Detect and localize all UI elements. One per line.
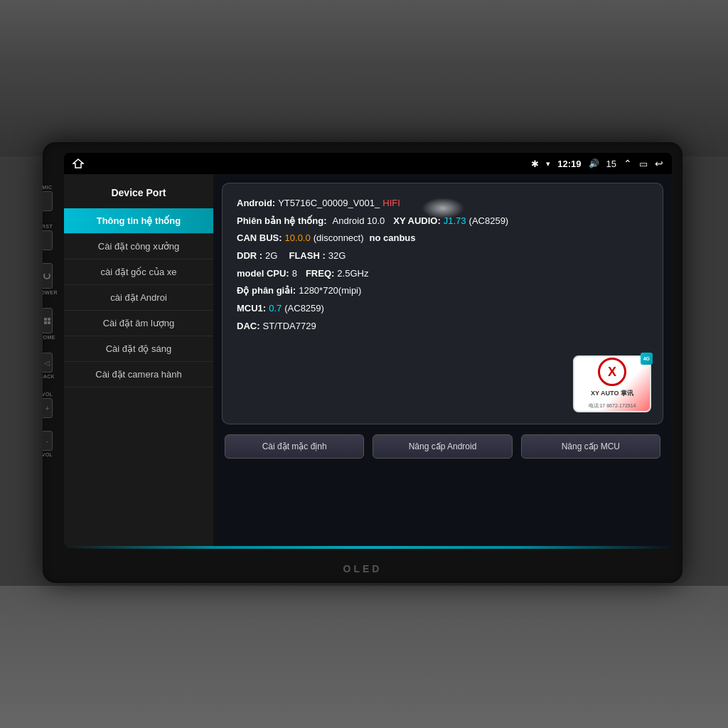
home-group: HOME — [43, 308, 58, 340]
content-panel: Android: YT5716C_00009_V001_HIFI Phiên b… — [213, 174, 672, 547]
android-row: Android: YT5716C_00009_V001_HIFI — [237, 195, 648, 213]
cpu-row: model CPU: 8 FREQ: 2.5GHz — [237, 265, 648, 283]
canbus-label: CAN BUS: — [237, 230, 282, 247]
resolution-row: Độ phân giải: 1280*720(mipi) — [237, 282, 648, 300]
screen: ✱ ▾ 12:19 🔊 15 ⌃ ▭ ↩ Device Port Thông t… — [64, 153, 672, 547]
resolution-value: 1280*720(mipi) — [299, 282, 361, 300]
upgrade-mcu-button[interactable]: Nâng cấp MCU — [521, 434, 660, 459]
power-group: POWER — [43, 263, 58, 295]
mic-group: MIC — [43, 185, 58, 211]
version-value: Android 10.0 — [333, 213, 385, 230]
side-buttons: MIC RST POWER HOME — [43, 185, 58, 457]
bluetooth-icon: ✱ — [531, 159, 539, 169]
default-settings-button[interactable]: Cài đặt mặc định — [225, 434, 364, 459]
status-bar: ✱ ▾ 12:19 🔊 15 ⌃ ▭ ↩ — [64, 153, 672, 174]
mcu-row: MCU1: 0.7 (AC8259) — [237, 300, 648, 318]
vol-up-button[interactable]: + — [43, 398, 53, 418]
device-oled-label: OLED — [43, 563, 682, 574]
dac-row: DAC: ST/TDA7729 — [237, 318, 648, 336]
logo-circle: X — [598, 358, 626, 386]
action-buttons: Cài đặt mặc định Nâng cấp Android Nâng c… — [222, 434, 663, 459]
menu-item-do-sang[interactable]: Cài đặt độ sáng — [64, 336, 213, 362]
android-value: YT5716C_00009_V001_ — [278, 195, 380, 213]
car-head-unit: MIC RST POWER HOME — [43, 142, 682, 583]
flash-label: FLASH : — [289, 247, 325, 265]
dac-label: DAC: — [237, 318, 260, 336]
vol-down-button[interactable]: - — [43, 431, 53, 451]
version-row: Phiên bản hệ thống: Android 10.0 XY AUDI… — [237, 213, 648, 230]
cpu-value: 8 — [292, 265, 297, 283]
sidebar-title: Device Port — [64, 181, 213, 208]
resolution-label: Độ phân giải: — [237, 282, 296, 300]
menu-item-am-luong[interactable]: Cài đặt âm lượng — [64, 311, 213, 336]
home-icon[interactable] — [73, 159, 84, 168]
home-label: HOME — [43, 335, 55, 340]
menu-item-goc-xe[interactable]: cài đặt gốc của xe — [64, 259, 213, 285]
vol-up-group: VOL + — [43, 392, 58, 418]
status-right: ✱ ▾ 12:19 🔊 15 ⌃ ▭ ↩ — [531, 158, 663, 169]
canbus-status: no canbus — [370, 230, 416, 247]
logo-x: X — [608, 360, 616, 384]
home-button[interactable] — [43, 308, 53, 333]
logo-phone: 电话:17 8672-172914 — [589, 401, 636, 410]
freq-label: FREQ: — [306, 265, 334, 283]
volume-icon: 🔊 — [589, 159, 599, 168]
back-button[interactable]: ◁ — [43, 353, 53, 373]
freq-value: 2.5GHz — [337, 265, 368, 283]
rst-label: RST — [43, 224, 53, 229]
surface — [0, 586, 728, 728]
xy-audio-label: XY AUDIO: — [393, 213, 440, 230]
cpu-label: model CPU: — [237, 265, 289, 283]
android-label: Android: — [237, 195, 275, 213]
power-button[interactable] — [43, 263, 53, 289]
power-label: POWER — [43, 290, 58, 295]
android-hifi: HIFI — [382, 195, 400, 213]
back-group: ◁ BACK — [43, 353, 58, 379]
back-label: BACK — [43, 374, 55, 379]
status-left — [73, 159, 84, 168]
upgrade-android-button[interactable]: Nâng cấp Android — [373, 434, 512, 459]
main-content: Device Port Thông tin hệ thống Cài đặt c… — [64, 174, 672, 547]
nav-square-icon[interactable]: ▭ — [639, 159, 648, 169]
vol-down-group: - VOL — [43, 431, 58, 457]
mic-label: MIC — [43, 185, 53, 190]
sidebar: Device Port Thông tin hệ thống Cài đặt c… — [64, 174, 213, 547]
logo-badge: 4G — [641, 353, 653, 365]
rst-group: RST — [43, 224, 58, 250]
nav-up-icon[interactable]: ⌃ — [623, 158, 632, 169]
menu-item-camera[interactable]: Cài đặt camera hành — [64, 362, 213, 387]
menu-item-cong-xuong[interactable]: Cài đặt công xưởng — [64, 234, 213, 259]
ddr-label: DDR : — [237, 247, 262, 265]
info-card: Android: YT5716C_00009_V001_HIFI Phiên b… — [222, 183, 663, 424]
vol-up-label: VOL — [43, 392, 53, 397]
canbus-note: (disconnect) — [314, 230, 364, 247]
time-display: 12:19 — [557, 159, 581, 169]
dac-value: ST/TDA7729 — [263, 318, 316, 336]
xy-audio-value: J1.73 — [444, 213, 466, 230]
rst-button[interactable] — [43, 230, 53, 250]
wifi-icon: ▾ — [546, 159, 550, 168]
menu-item-androi[interactable]: cài đặt Androi — [64, 285, 213, 311]
logo-brand: XY AUTO 掌讯 — [591, 387, 633, 400]
ddr-row: DDR : 2G FLASH : 32G — [237, 247, 648, 265]
vol-down-label: VOL — [43, 452, 53, 457]
ddr-value: 2G — [265, 247, 277, 265]
xy-audio-note: (AC8259) — [469, 213, 509, 230]
mcu-value: 0.7 — [269, 300, 282, 318]
flash-value: 32G — [328, 247, 346, 265]
menu-item-thong-tin[interactable]: Thông tin hệ thống — [64, 208, 213, 234]
mic-button[interactable] — [43, 191, 53, 211]
mcu-label: MCU1: — [237, 300, 266, 318]
canbus-value: 10.0.0 — [285, 230, 311, 247]
mcu-note: (AC8259) — [284, 300, 324, 318]
svg-marker-0 — [73, 159, 83, 168]
xy-auto-logo: 4G X XY AUTO 掌讯 电话:17 8672-172914 — [573, 355, 651, 412]
nav-back-icon[interactable]: ↩ — [655, 158, 663, 169]
canbus-row: CAN BUS: 10.0.0 (disconnect) no canbus — [237, 230, 648, 247]
wires-area — [0, 0, 728, 156]
brightness-value: 15 — [606, 159, 616, 169]
screen-glow — [64, 546, 672, 549]
version-label: Phiên bản hệ thống: — [237, 213, 327, 230]
